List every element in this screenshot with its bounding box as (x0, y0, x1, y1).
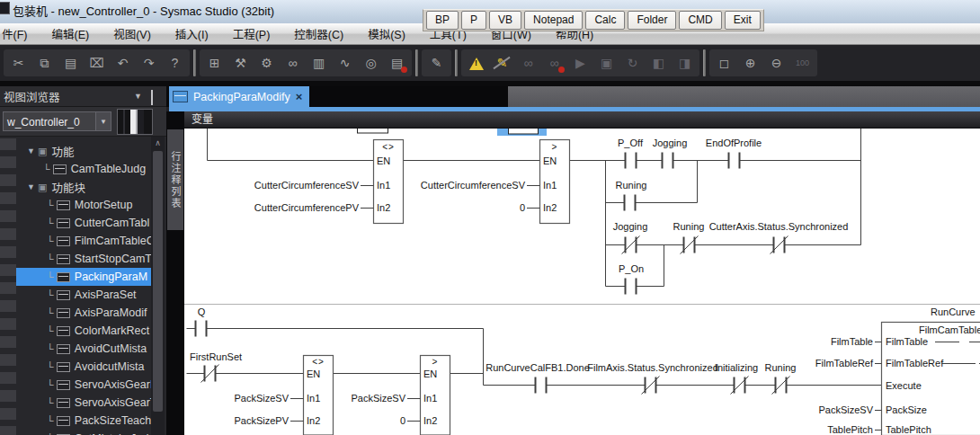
launcher-notepad-button[interactable]: Notepad (524, 11, 583, 30)
panel-menu-icon[interactable]: ▼ (134, 92, 142, 101)
cross-reference-icon[interactable]: ⚙ (254, 51, 280, 75)
contact-p-off[interactable]: P_Off (618, 138, 644, 169)
watch-table-icon[interactable]: ▥ (306, 51, 332, 75)
redo-icon[interactable]: ↷ (136, 51, 162, 75)
selected-element-highlight[interactable] (497, 129, 547, 136)
cut-icon[interactable]: ✂ (5, 51, 31, 75)
scrollbar-thumb[interactable] (153, 151, 163, 412)
contact-firstrunset-nc[interactable]: FirstRunSet (190, 351, 242, 383)
launcher-p-button[interactable]: P (461, 11, 486, 30)
help-icon[interactable]: ? (162, 51, 188, 75)
menu-file[interactable]: 件(F) (2, 25, 27, 42)
zoom-100-icon[interactable]: 100 (789, 51, 815, 75)
expander-icon[interactable]: ▼ (27, 182, 38, 191)
tree-item-motorsetup[interactable]: └ MotorSetup (16, 196, 151, 214)
var-label: 0 (400, 415, 405, 426)
menu-view[interactable]: 视图(V) (113, 25, 151, 42)
contact-p-on[interactable]: P_On (619, 263, 644, 295)
device-select[interactable]: w_Controller_0 (3, 111, 96, 131)
contact-initializing-nc[interactable]: Initializing (715, 362, 758, 395)
compare-block-ne-packsize[interactable]: <> EN In1 In2 PackSizeSV PackSizePV (234, 356, 333, 435)
transfer-compare-icon[interactable]: ▣ (593, 51, 619, 75)
run-edit-icon[interactable]: ✎ (423, 51, 450, 75)
contact-endofprofile[interactable]: EndOfProfile (706, 138, 762, 169)
execute-transfer-icon[interactable]: ▶ (567, 51, 593, 75)
launcher-bp-button[interactable]: BP (426, 11, 459, 30)
tree-item-camtablejudg[interactable]: └ CamTableJudg (16, 160, 151, 178)
menu-simulation[interactable]: 模拟(S) (368, 25, 405, 42)
tree-item-avoidcutmista[interactable]: └ AvoidCutMista (16, 340, 151, 358)
data-trace-icon[interactable]: ∿ (332, 51, 358, 75)
launcher-folder-button[interactable]: Folder (628, 11, 676, 30)
copy-icon[interactable]: ⧉ (31, 51, 58, 75)
ladder-editor[interactable]: <> EN In1 In2 CutterCircumferenceSV Cutt… (184, 129, 980, 435)
tree-item-cuttercamtabl[interactable]: └ CutterCamTabl (16, 214, 151, 232)
tree-item-packsizeteach[interactable]: └ PackSizeTeach (16, 412, 151, 430)
scroll-up-icon[interactable]: ∧ (151, 137, 165, 149)
tree-item-packingparam-selected[interactable]: └ PackingParaM (16, 268, 151, 286)
synchronize-icon[interactable]: ↻ (619, 51, 646, 75)
clipped-element[interactable] (358, 129, 388, 133)
menu-insert[interactable]: 插入(I) (175, 25, 209, 42)
tree-scrollbar[interactable]: ∧ (151, 137, 165, 435)
function-block-filmcamtable[interactable]: RunCurve FilmCamTable FilmTable FilmTabl… (815, 306, 980, 435)
fit-screen-icon[interactable]: ◻ (711, 51, 737, 75)
undo-icon[interactable]: ↶ (110, 51, 136, 75)
tree-item-cutmistakejud[interactable]: └ CutMistakeJud (16, 430, 151, 435)
tab-packingparamodify[interactable]: PackingParaModify × (169, 86, 309, 107)
monitor-icon[interactable]: ∞ (515, 51, 541, 75)
compare-block-gt-packsize[interactable]: > EN In1 In2 PackSizeSV 0 (351, 356, 450, 435)
menu-controller[interactable]: 控制器(C) (294, 25, 343, 42)
watch-window-icon[interactable]: ∞ (280, 51, 306, 75)
search-icon[interactable]: ◎ (358, 51, 384, 75)
delete-icon[interactable]: ⌧ (84, 51, 110, 75)
expander-icon[interactable]: ▼ (27, 146, 38, 155)
download-icon[interactable]: ◧ (646, 51, 672, 75)
tree-item-servoaxisgear1[interactable]: └ ServoAxisGearI (16, 376, 151, 394)
menu-project[interactable]: 工程(P) (233, 25, 271, 42)
tree-item-colormarkrect[interactable]: └ ColorMarkRect (16, 322, 151, 340)
error-list-icon[interactable]: ▤ (384, 51, 410, 75)
tree-item-servoaxisgear2[interactable]: └ ServoAxisGearT (16, 394, 151, 412)
warning-icon[interactable]: ! (463, 51, 489, 75)
close-icon[interactable]: × (296, 90, 303, 103)
contact-runcurvecalfb1-done[interactable]: RunCurveCalFB1.Done (486, 362, 590, 394)
contact-runing-nc-2[interactable]: Runing (765, 362, 797, 395)
contact-jogging[interactable]: Jogging (653, 138, 688, 169)
tree-item-avoidcutmista2[interactable]: └ AvoidcutMista (16, 358, 151, 376)
monitor-stop-icon[interactable]: ∞ (541, 51, 567, 75)
variables-bar[interactable]: 变量 (184, 111, 980, 129)
launcher-vb-button[interactable]: VB (489, 11, 521, 30)
tree-item-axisparaset[interactable]: └ AxisParaSet (16, 286, 151, 304)
upload-icon[interactable]: ◨ (672, 51, 698, 75)
ladder-canvas[interactable]: <> EN In1 In2 CutterCircumferenceSV Cutt… (184, 129, 980, 435)
tree-group-functions[interactable]: ▼ ▣ 功能 (16, 142, 151, 160)
compare-block-ne-cutter[interactable]: <> EN In1 In2 CutterCircumferenceSV Cutt… (254, 140, 404, 224)
contact-q[interactable]: Q (196, 306, 207, 337)
device-dropdown-icon[interactable]: ▼ (96, 111, 111, 131)
pin-icon[interactable] (151, 91, 159, 102)
tree-item-axisparamodif[interactable]: └ AxisParaModif (16, 304, 151, 322)
contact-runing[interactable]: Runing (616, 180, 647, 211)
contact-cutteraxis-synchronized-nc[interactable]: CutterAxis.Status.Synchronized (709, 221, 849, 254)
zoom-in-icon[interactable]: ⊕ (737, 51, 763, 75)
row-gripper-column (0, 138, 16, 435)
build-icon[interactable]: ⚒ (227, 51, 254, 75)
compare-block-gt-cutter[interactable]: > EN In1 In2 CutterCircumferenceSV 0 (421, 140, 570, 224)
tree-item-startstopcamt[interactable]: └ StartStopCamT (16, 250, 151, 268)
launcher-calc-button[interactable]: Calc (585, 11, 625, 30)
contact-jogging-nc[interactable]: Jogging (613, 221, 648, 254)
tree-item-filmcamtable[interactable]: └ FilmCamTableC (16, 232, 151, 250)
tree-group-function-blocks[interactable]: ▼ ▣ 功能块 (16, 178, 151, 196)
launcher-cmd-button[interactable]: CMD (679, 11, 721, 30)
launcher-exit-button[interactable]: Exit (725, 11, 761, 30)
contact-runing-nc[interactable]: Runing (673, 221, 705, 254)
row-comment-list-tab[interactable]: 行注释列表 (167, 129, 183, 230)
block-in2-label: In2 (307, 415, 320, 426)
edit-disabled-icon[interactable]: ✎ (489, 51, 515, 75)
contact-filmaxis-synchronized-nc[interactable]: FilmAxis.Status.Synchronized (587, 362, 718, 395)
zoom-out-icon[interactable]: ⊖ (763, 51, 789, 75)
paste-icon[interactable]: ▤ (58, 51, 84, 75)
window-layout-icon[interactable]: ⊞ (201, 51, 227, 75)
menu-edit[interactable]: 编辑(E) (51, 25, 89, 42)
